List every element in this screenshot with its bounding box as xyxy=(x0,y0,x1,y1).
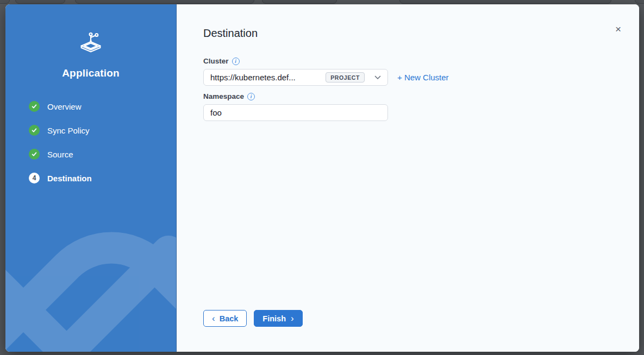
cluster-select[interactable]: https://kubernetes.def... PROJECT xyxy=(203,69,388,86)
chevron-left-icon: ‹ xyxy=(212,314,215,323)
check-icon xyxy=(29,149,40,160)
cluster-row: https://kubernetes.def... PROJECT + New … xyxy=(203,69,613,86)
step-source[interactable]: Source xyxy=(29,149,92,160)
step-label: Source xyxy=(47,150,73,159)
project-badge: PROJECT xyxy=(326,72,365,83)
step-sync-policy[interactable]: Sync Policy xyxy=(29,125,92,136)
page-title: Destination xyxy=(203,27,613,40)
close-icon[interactable]: × xyxy=(615,24,621,34)
info-icon[interactable]: i xyxy=(247,93,255,100)
destination-step-panel: × Destination Cluster i https://kubernet… xyxy=(177,4,639,352)
chevron-right-icon: › xyxy=(291,314,294,323)
step-label: Sync Policy xyxy=(47,126,90,135)
cluster-label: Cluster xyxy=(203,57,229,65)
check-icon xyxy=(29,125,40,136)
application-logo-icon xyxy=(5,31,176,54)
step-label: Overview xyxy=(47,102,82,111)
ghost-tab xyxy=(75,0,254,4)
ghost-tab xyxy=(635,0,644,4)
back-button[interactable]: ‹ Back xyxy=(203,310,247,327)
wizard-sidebar: Application Overview Sync Policy Source xyxy=(5,4,177,352)
step-label: Destination xyxy=(47,174,92,183)
wizard-steps: Overview Sync Policy Source 4 Destinatio… xyxy=(29,101,92,196)
ghost-tab xyxy=(15,0,65,4)
ghost-tab xyxy=(399,0,611,4)
step-destination[interactable]: 4 Destination xyxy=(29,173,92,183)
wizard-nav-buttons: ‹ Back Finish › xyxy=(203,310,303,327)
check-icon xyxy=(29,101,40,112)
sidebar-title: Application xyxy=(5,67,176,79)
info-icon[interactable]: i xyxy=(232,58,240,65)
step-overview[interactable]: Overview xyxy=(29,101,92,112)
new-cluster-link[interactable]: + New Cluster xyxy=(397,73,449,82)
finish-button[interactable]: Finish › xyxy=(254,310,302,327)
namespace-label-row: Namespace i xyxy=(203,92,613,100)
step-number-badge: 4 xyxy=(29,173,40,183)
chevron-down-icon xyxy=(374,75,381,80)
finish-button-label: Finish xyxy=(262,314,286,323)
cluster-select-value: https://kubernetes.def... xyxy=(210,73,326,82)
application-wizard-modal: Application Overview Sync Policy Source xyxy=(5,4,639,352)
ghost-tab xyxy=(262,0,337,4)
namespace-label: Namespace xyxy=(203,92,244,100)
namespace-input[interactable] xyxy=(203,104,388,121)
back-button-label: Back xyxy=(220,314,239,323)
cluster-label-row: Cluster i xyxy=(203,57,613,65)
ghost-tab xyxy=(0,0,10,4)
